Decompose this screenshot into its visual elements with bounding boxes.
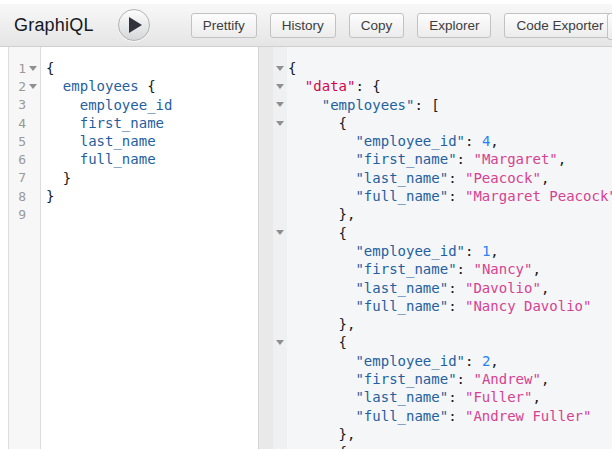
code-line: "full_name": "Margaret Peacock": [288, 187, 612, 205]
line-number: 8: [9, 189, 26, 204]
copy-button[interactable]: Copy: [349, 13, 405, 38]
gutter-row: [273, 77, 287, 95]
gutter-row: [273, 224, 287, 242]
fold-arrow-icon[interactable]: [276, 102, 284, 107]
code-line: {: [288, 443, 612, 449]
fold-arrow-icon[interactable]: [276, 121, 284, 126]
code-line: "last_name": "Davolio",: [288, 279, 612, 297]
code-line: "first_name": "Andrew",: [288, 370, 612, 388]
history-button[interactable]: History: [270, 13, 336, 38]
code-line: "last_name": "Peacock",: [288, 169, 612, 187]
code-line: "employee_id": 4,: [288, 132, 612, 150]
code-line: "first_name": "Nancy",: [288, 260, 612, 278]
prettify-button[interactable]: Prettify: [191, 13, 257, 38]
code-line: },: [288, 425, 612, 443]
code-line: },: [288, 205, 612, 223]
line-number: 1: [9, 61, 26, 76]
gutter-row: 3: [9, 96, 40, 114]
pane-divider[interactable]: [258, 47, 273, 449]
left-edge-strip: [0, 47, 9, 449]
gutter-row: 5: [9, 132, 40, 150]
result-fold-gutter: [273, 47, 287, 449]
fold-arrow-icon[interactable]: [276, 340, 284, 345]
fold-slot: [26, 66, 40, 71]
code-line: employees {: [46, 77, 258, 95]
query-line-number-gutter: 123456789: [9, 47, 41, 449]
gutter-row: 7: [9, 169, 40, 187]
gutter-row: [273, 59, 287, 77]
execute-button[interactable]: [118, 9, 150, 41]
line-number: 7: [9, 170, 26, 185]
gutter-row: [273, 169, 287, 187]
fold-slot: [273, 230, 287, 235]
code-line: [46, 205, 258, 223]
gutter-row: [273, 150, 287, 168]
fold-arrow-icon[interactable]: [276, 84, 284, 89]
gutter-row: 2: [9, 77, 40, 95]
code-line: {: [288, 224, 612, 242]
fold-arrow-icon[interactable]: [29, 66, 37, 71]
code-line: {: [288, 333, 612, 351]
gutter-row: 8: [9, 187, 40, 205]
code-line: }: [46, 169, 258, 187]
code-line: },: [288, 315, 612, 333]
line-number: 2: [9, 79, 26, 94]
gutter-row: [273, 279, 287, 297]
fold-arrow-icon[interactable]: [276, 230, 284, 235]
gutter-row: [273, 260, 287, 278]
gutter-row: [273, 352, 287, 370]
line-number: 3: [9, 97, 26, 112]
code-line: full_name: [46, 150, 258, 168]
app-title: GraphiQL: [14, 15, 94, 36]
code-line: "data": {: [288, 77, 612, 95]
fold-slot: [273, 66, 287, 71]
code-line: "employee_id": 1,: [288, 242, 612, 260]
editor-area: 123456789 { employees { employee_id firs…: [0, 47, 612, 449]
gutter-row: [273, 205, 287, 223]
code-line: {: [288, 59, 612, 77]
gutter-row: [273, 242, 287, 260]
play-icon: [129, 17, 142, 33]
gutter-row: 6: [9, 150, 40, 168]
code-line: "employee_id": 2,: [288, 352, 612, 370]
code-line: }: [46, 187, 258, 205]
gutter-row: [273, 370, 287, 388]
result-viewer-code[interactable]: { "data": { "employees": [ { "employee_i…: [287, 47, 612, 449]
fold-slot: [273, 84, 287, 89]
fold-arrow-icon[interactable]: [276, 66, 284, 71]
partial-toolbar-button[interactable]: [607, 13, 612, 40]
line-number: 4: [9, 116, 26, 131]
code-line: employee_id: [46, 96, 258, 114]
line-number: 9: [9, 207, 26, 222]
gutter-row: 4: [9, 114, 40, 132]
fold-slot: [273, 340, 287, 345]
query-editor-code[interactable]: { employees { employee_id first_name las…: [41, 47, 258, 449]
explorer-button[interactable]: Explorer: [417, 13, 491, 38]
line-number: 6: [9, 152, 26, 167]
code-line: first_name: [46, 114, 258, 132]
fold-slot: [26, 84, 40, 89]
code-line: {: [46, 59, 258, 77]
gutter-row: [273, 333, 287, 351]
code-exporter-button[interactable]: Code Exporter: [504, 13, 612, 38]
code-line: "full_name": "Nancy Davolio": [288, 297, 612, 315]
code-line: "full_name": "Andrew Fuller": [288, 407, 612, 425]
toolbar: GraphiQL Prettify History Copy Explorer …: [0, 4, 612, 47]
code-line: "last_name": "Fuller",: [288, 388, 612, 406]
graphiql-app: GraphiQL Prettify History Copy Explorer …: [0, 0, 612, 450]
code-line: last_name: [46, 132, 258, 150]
code-line: "employees": [: [288, 96, 612, 114]
gutter-row: [273, 443, 287, 449]
gutter-row: [273, 132, 287, 150]
gutter-row: 1: [9, 59, 40, 77]
gutter-row: [273, 425, 287, 443]
gutter-row: [273, 187, 287, 205]
gutter-row: [273, 388, 287, 406]
line-number: 5: [9, 134, 26, 149]
fold-arrow-icon[interactable]: [29, 84, 37, 89]
gutter-row: [273, 96, 287, 114]
gutter-row: [273, 315, 287, 333]
fold-slot: [273, 102, 287, 107]
gutter-row: [273, 114, 287, 132]
code-line: "first_name": "Margaret",: [288, 150, 612, 168]
